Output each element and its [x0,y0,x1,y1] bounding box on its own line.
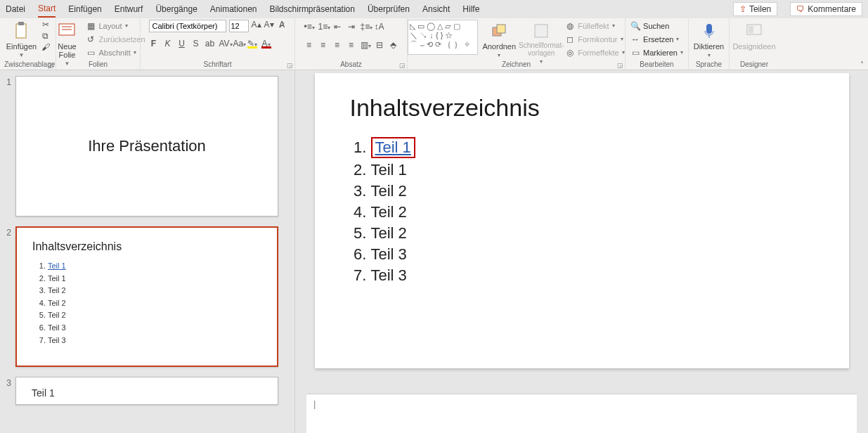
thumbnail-pane[interactable]: 1 Ihre Präsentation 2 Inhaltsverzeichnis… [0,70,295,433]
thumb1-title: Ihre Präsentation [88,137,206,155]
list-item[interactable]: Teil 3 [371,266,814,285]
quick-styles-icon [531,21,551,41]
replace-button[interactable]: ↔Ersetzen▾ [630,33,683,45]
align-left-icon[interactable]: ≡ [304,40,314,50]
select-icon: ▭ [630,48,640,58]
shrink-font-icon[interactable]: A▾ [264,20,274,30]
align-right-icon[interactable]: ≡ [332,40,342,50]
tab-ueberpruefen[interactable]: Überprüfen [368,1,410,17]
clear-format-icon[interactable]: A̷ [277,20,287,30]
list-item[interactable]: Teil 3 [371,245,814,264]
tab-start[interactable]: Start [38,1,56,18]
paste-button[interactable]: Einfügen ▼ [6,20,38,58]
group-label-voice: Sprache [693,60,725,69]
tab-uebergaenge[interactable]: Übergänge [155,1,197,17]
list-item[interactable]: Teil 1 [371,161,814,179]
bold-icon[interactable]: F [149,39,159,49]
font-launcher-icon[interactable]: ◲ [287,62,293,69]
text-direction-icon[interactable]: ↕A [375,22,384,32]
drawing-launcher-icon[interactable]: ◲ [617,62,623,69]
underline-icon[interactable]: U [177,39,187,49]
slide-scroll[interactable]: Inhaltsverzeichnis Teil 1 Teil 1 Teil 2 … [295,70,868,389]
design-ideas-button[interactable]: Designideen [738,20,770,51]
italic-icon[interactable]: K [163,39,173,49]
char-spacing-icon[interactable]: AV▾ [219,39,229,49]
thumbnail-2[interactable]: 2 Inhaltsverzeichnis Teil 1 Teil 1 Teil … [1,226,290,367]
columns-icon[interactable]: ▥▾ [361,40,370,50]
format-painter-icon[interactable]: 🖌 [41,42,51,52]
font-color-icon[interactable]: A▾ [261,39,271,49]
tab-animationen[interactable]: Animationen [210,1,257,17]
svg-rect-7 [535,25,548,37]
shapes-gallery[interactable]: ◺ ▭ ◯ △ ▱ ▢＼ ↘ ↓ { } ☆⌒ ⌣ ⟲ ⟳ ｛ ｝ ✧ [408,20,478,55]
select-button[interactable]: ▭Markieren▾ [630,46,683,58]
paragraph-launcher-icon[interactable]: ◲ [399,62,406,69]
shape-fill-button[interactable]: ◍Fülleffekt▾ [565,20,625,32]
highlight-icon[interactable]: ✎▾ [247,39,257,49]
list-item[interactable]: Teil 1 [371,137,814,158]
dictate-button[interactable]: Diktieren▾ [693,20,725,58]
numbering-icon[interactable]: 1≡▾ [318,22,328,32]
thumbnail-3[interactable]: 3 Teil 1 [1,377,290,405]
cut-icon[interactable]: ✂ [41,20,51,30]
list-item[interactable]: Teil 2 [371,182,814,200]
list-item[interactable]: Teil 2 [371,224,814,243]
align-text-icon[interactable]: ⊟ [375,40,384,50]
align-center-icon[interactable]: ≡ [318,40,328,50]
shadow-icon[interactable]: ab [205,39,215,49]
design-ideas-icon [744,21,764,41]
strike-icon[interactable]: S [191,39,201,49]
arrange-button[interactable]: Anordnen▾ [481,20,517,58]
section-button[interactable]: ▭Abschnitt▾ [86,46,145,58]
font-name-input[interactable] [149,20,226,32]
smartart-icon[interactable]: ⬘ [389,40,399,50]
tab-datei[interactable]: Datei [6,1,25,17]
design-ideas-label: Designideen [732,42,775,51]
justify-icon[interactable]: ≡ [346,40,356,50]
thumb-number: 1 [1,76,15,216]
slide-title[interactable]: Inhaltsverzeichnis [350,94,814,122]
slide-list[interactable]: Teil 1 Teil 1 Teil 2 Teil 2 Teil 2 Teil … [350,137,814,285]
tab-ansicht[interactable]: Ansicht [422,1,450,17]
change-case-icon[interactable]: Aa▾ [233,39,243,49]
indent-inc-icon[interactable]: ⇥ [346,22,356,32]
new-slide-label: Neue Folie [51,42,83,59]
shape-effects-button[interactable]: ◎Formeffekte▾ [565,46,625,58]
thumbnail-1[interactable]: 1 Ihre Präsentation [1,76,290,216]
slide-pane: Inhaltsverzeichnis Teil 1 Teil 1 Teil 2 … [295,70,868,433]
reset-button[interactable]: ↺Zurücksetzen [86,33,145,45]
list-item: Teil 2 [48,286,66,295]
shape-outline-button[interactable]: ◻Formkontur▾ [565,33,625,45]
indent-dec-icon[interactable]: ⇤ [332,22,342,32]
paste-icon [12,21,32,41]
fill-icon: ◍ [565,21,575,31]
group-paragraph: •≡▾ 1≡▾ ⇤ ⇥ ‡≡▾ ↕A ≡ ≡ ≡ ≡ ▥▾ ⊟ ⬘ Abs [295,18,408,70]
svg-rect-1 [18,22,24,25]
quick-styles-button[interactable]: Schnellformat-vorlagen▾ [520,20,562,65]
font-size-input[interactable] [229,20,249,32]
grow-font-icon[interactable]: A▴ [252,20,261,30]
comments-button[interactable]: 🗨 Kommentare [790,2,862,16]
ribbon: Einfügen ▼ ✂ ⧉ 🖌 Zwischenablage ◲ Neue F… [0,18,868,70]
layout-icon: ▦ [86,21,96,31]
search-icon: 🔍 [630,21,640,31]
share-button[interactable]: ⇪ Teilen [733,2,777,16]
bullets-icon[interactable]: •≡▾ [304,22,314,32]
line-spacing-icon[interactable]: ‡≡▾ [361,22,370,32]
layout-button[interactable]: ▦Layout▾ [86,20,145,32]
slide-canvas[interactable]: Inhaltsverzeichnis Teil 1 Teil 1 Teil 2 … [315,73,849,368]
list-item[interactable]: Teil 2 [371,203,814,221]
copy-icon[interactable]: ⧉ [41,31,51,41]
tab-entwurf[interactable]: Entwurf [115,1,143,17]
hyperlink-text[interactable]: Teil 1 [375,138,411,156]
tab-einfuegen[interactable]: Einfügen [68,1,101,17]
find-button[interactable]: 🔍Suchen [630,20,683,32]
collapse-ribbon-icon[interactable]: ˄ [860,60,864,68]
tab-bildschirmpraesentation[interactable]: Bildschirmpräsentation [270,1,355,17]
share-icon: ⇪ [739,4,746,14]
notes-pane[interactable]: | [306,394,857,433]
svg-rect-11 [749,26,753,33]
microphone-icon [699,21,719,41]
tab-hilfe[interactable]: Hilfe [462,1,479,17]
group-label-font: Schriftart [145,60,290,69]
